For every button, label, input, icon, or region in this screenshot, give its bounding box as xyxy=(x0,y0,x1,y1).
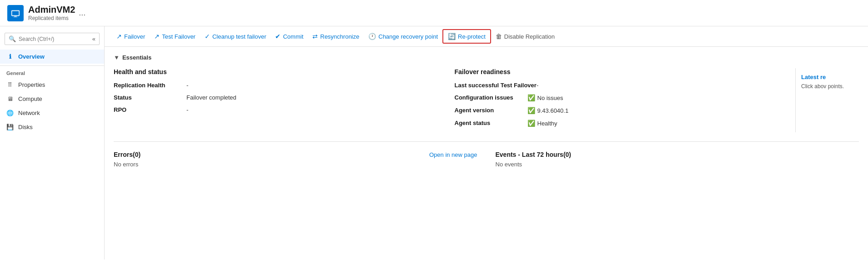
errors-title-row: Errors(0) Open in new page xyxy=(114,151,477,158)
events-title-row: Events - Last 72 hours(0) xyxy=(496,151,859,158)
vm-icon xyxy=(7,5,24,21)
svg-rect-2 xyxy=(14,16,17,17)
page-subtitle: Replicated items xyxy=(28,15,75,21)
field-last-test-failover: Last successful Test Failover - xyxy=(455,82,768,89)
disable-replication-icon: 🗑 xyxy=(496,33,502,40)
rpo-label: RPO xyxy=(114,106,186,113)
disable-replication-label: Disable Replication xyxy=(504,33,555,40)
field-replication-health: Replication Health - xyxy=(114,82,427,89)
recovery-point-icon: 🕐 xyxy=(368,33,376,40)
status-label: Status xyxy=(114,94,186,101)
sidebar-item-properties[interactable]: ⠿ Properties xyxy=(0,78,104,92)
section-divider xyxy=(114,141,859,142)
agent-version-value: ✅9.43.6040.1 xyxy=(527,107,569,114)
re-protect-button[interactable]: 🔄 Re-protect xyxy=(442,29,491,44)
rpo-value: - xyxy=(186,106,188,113)
re-protect-label: Re-protect xyxy=(458,33,486,40)
page-header: AdminVM2 Replicated items ... xyxy=(0,0,868,26)
sidebar-section-general: General xyxy=(0,65,104,78)
essentials-title: Essentials xyxy=(122,54,151,61)
status-value: Failover completed xyxy=(186,94,236,101)
overview-icon: ℹ xyxy=(6,53,14,60)
agent-version-label: Agent version xyxy=(455,107,527,114)
right-panel-title: Latest re xyxy=(801,74,853,80)
field-rpo: RPO - xyxy=(114,106,427,113)
config-issues-check-icon: ✅ xyxy=(527,94,535,101)
right-panel: Latest re Click abov points. xyxy=(795,68,859,132)
commit-icon: ✔ xyxy=(275,33,281,40)
failover-button[interactable]: ↗ Failover xyxy=(112,30,150,43)
test-failover-button[interactable]: ↗ Test Failover xyxy=(150,30,200,43)
sidebar-item-compute-label: Compute xyxy=(18,95,42,102)
field-agent-status: Agent status ✅Healthy xyxy=(455,120,768,127)
essentials-header[interactable]: ▼ Essentials xyxy=(114,54,859,61)
sidebar-item-network-label: Network xyxy=(18,110,40,116)
sidebar-item-properties-label: Properties xyxy=(18,81,45,88)
more-options-button[interactable]: ... xyxy=(79,8,85,18)
cleanup-label: Cleanup test failover xyxy=(212,33,266,40)
sidebar-item-network[interactable]: 🌐 Network xyxy=(0,106,104,120)
events-title: Events - Last 72 hours(0) xyxy=(496,151,572,158)
search-input[interactable] xyxy=(19,36,92,42)
resynchronize-button[interactable]: ⇄ Resynchronize xyxy=(308,30,364,43)
commit-button[interactable]: ✔ Commit xyxy=(271,30,308,43)
failover-readiness-title: Failover readiness xyxy=(455,68,768,75)
failover-readiness-column: Failover readiness Last successful Test … xyxy=(455,68,768,132)
svg-rect-3 xyxy=(13,17,17,17)
config-issues-label: Configuration issues xyxy=(455,94,527,101)
events-empty-text: No events xyxy=(496,161,859,168)
sidebar-item-overview[interactable]: ℹ Overview xyxy=(0,50,104,64)
agent-status-value: ✅Healthy xyxy=(527,120,557,127)
agent-status-label: Agent status xyxy=(455,120,527,126)
errors-empty-text: No errors xyxy=(114,161,477,168)
header-title-group: AdminVM2 Replicated items xyxy=(28,5,75,21)
essentials-chevron: ▼ xyxy=(114,54,120,61)
health-status-column: Health and status Replication Health - S… xyxy=(114,68,427,132)
agent-version-check-icon: ✅ xyxy=(527,107,535,114)
change-recovery-point-label: Change recovery point xyxy=(378,33,438,40)
resynchronize-icon: ⇄ xyxy=(312,33,318,40)
errors-title: Errors(0) xyxy=(114,151,140,158)
content-area: ▼ Essentials Health and status Replicati… xyxy=(105,47,868,175)
compute-icon: 🖥 xyxy=(6,95,14,102)
network-icon: 🌐 xyxy=(6,110,14,116)
change-recovery-point-button[interactable]: 🕐 Change recovery point xyxy=(364,30,442,43)
field-agent-version: Agent version ✅9.43.6040.1 xyxy=(455,107,768,114)
bottom-section: Errors(0) Open in new page No errors Eve… xyxy=(114,151,859,168)
disable-replication-button[interactable]: 🗑 Disable Replication xyxy=(491,30,559,43)
sidebar: 🔍 « ℹ Overview General ⠿ Properties 🖥 Co… xyxy=(0,26,105,260)
essentials-grid: Health and status Replication Health - S… xyxy=(114,68,859,132)
failover-label: Failover xyxy=(124,33,145,40)
last-test-failover-label: Last successful Test Failover xyxy=(455,82,537,89)
search-box[interactable]: 🔍 « xyxy=(5,33,100,45)
properties-icon: ⠿ xyxy=(6,81,14,88)
field-config-issues: Configuration issues ✅No issues xyxy=(455,94,768,101)
disks-icon: 💾 xyxy=(6,124,14,130)
health-status-title: Health and status xyxy=(114,68,427,75)
sidebar-item-overview-label: Overview xyxy=(18,53,45,60)
page-title: AdminVM2 xyxy=(28,5,75,15)
cleanup-icon: ✓ xyxy=(205,33,210,40)
sidebar-item-disks[interactable]: 💾 Disks xyxy=(0,120,104,134)
config-issues-value: ✅No issues xyxy=(527,94,563,101)
replication-health-value: - xyxy=(186,82,188,89)
errors-section: Errors(0) Open in new page No errors xyxy=(114,151,477,168)
failover-icon: ↗ xyxy=(116,33,122,40)
cleanup-test-failover-button[interactable]: ✓ Cleanup test failover xyxy=(200,30,271,43)
field-status: Status Failover completed xyxy=(114,94,427,101)
search-icon: 🔍 xyxy=(9,35,16,42)
events-section: Events - Last 72 hours(0) No events xyxy=(496,151,859,168)
test-failover-label: Test Failover xyxy=(162,33,196,40)
open-in-new-page-link[interactable]: Open in new page xyxy=(429,151,477,158)
resynchronize-label: Resynchronize xyxy=(320,33,359,40)
main-content: ↗ Failover ↗ Test Failover ✓ Cleanup tes… xyxy=(105,26,868,260)
agent-status-check-icon: ✅ xyxy=(527,120,535,127)
re-protect-icon: 🔄 xyxy=(448,33,456,40)
sidebar-item-disks-label: Disks xyxy=(18,124,33,130)
sidebar-item-compute[interactable]: 🖥 Compute xyxy=(0,92,104,106)
last-test-failover-value: - xyxy=(537,82,538,89)
commit-label: Commit xyxy=(283,33,303,40)
replication-health-label: Replication Health xyxy=(114,82,186,89)
collapse-button[interactable]: « xyxy=(92,35,95,42)
right-panel-text: Click abov points. xyxy=(801,83,853,90)
